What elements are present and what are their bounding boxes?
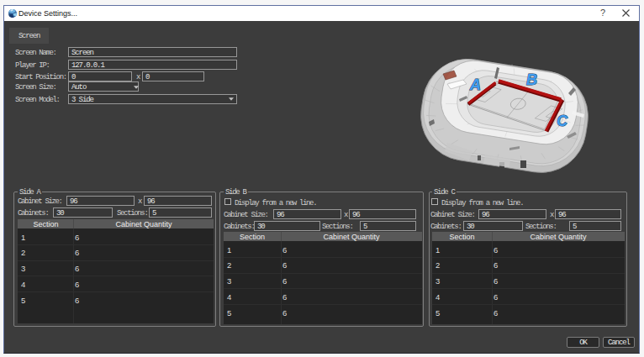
svg-text:A: A — [469, 76, 481, 93]
svg-text:B: B — [526, 71, 537, 88]
svg-text:C: C — [557, 113, 568, 129]
